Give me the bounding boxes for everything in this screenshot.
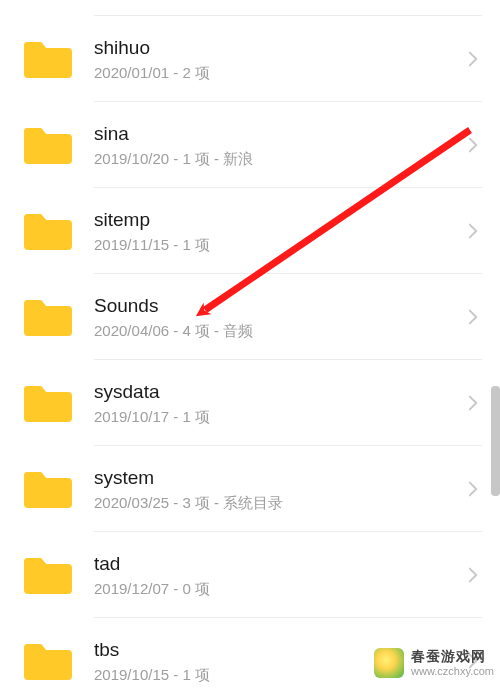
folder-meta: 2019/11/15 - 1 项 [94,236,464,254]
file-list-viewport: shd2019/11/15 - 1 项 shihuo2020/01/01 - 2… [0,0,500,690]
folder-meta: 2019/10/17 - 1 项 [94,408,464,426]
folder-name: tad [94,552,464,576]
scrollbar-thumb[interactable] [491,386,500,496]
folder-row[interactable]: Sounds2020/04/06 - 4 项 - 音频 [0,274,500,360]
chevron-right-icon [464,51,482,67]
chevron-right-icon [464,481,482,497]
folder-text: sysdata2019/10/17 - 1 项 [94,380,464,426]
folder-name: Sounds [94,294,464,318]
chevron-right-icon [464,395,482,411]
folder-row[interactable]: tad2019/12/07 - 0 项 [0,532,500,618]
folder-text: sina2019/10/20 - 1 项 - 新浪 [94,122,464,168]
folder-row[interactable]: tbs2019/10/15 - 1 项 [0,618,500,690]
folder-meta: 2020/04/06 - 4 项 - 音频 [94,322,464,340]
folder-row[interactable]: sina2019/10/20 - 1 项 - 新浪 [0,102,500,188]
folder-text: system2020/03/25 - 3 项 - 系统目录 [94,466,464,512]
folder-icon [22,38,72,80]
folder-icon [22,554,72,596]
folder-icon [22,210,72,252]
folder-row[interactable]: system2020/03/25 - 3 项 - 系统目录 [0,446,500,532]
folder-meta: 2020/03/25 - 3 项 - 系统目录 [94,494,464,512]
folder-icon [22,382,72,424]
folder-text: tbs2019/10/15 - 1 项 [94,638,464,684]
folder-icon [22,468,72,510]
folder-meta: 2019/12/07 - 0 项 [94,580,464,598]
folder-name: sina [94,122,464,146]
folder-name: sitemp [94,208,464,232]
folder-name: system [94,466,464,490]
chevron-right-icon [464,223,482,239]
folder-text: Sounds2020/04/06 - 4 项 - 音频 [94,294,464,340]
chevron-right-icon [464,653,482,669]
folder-list: shd2019/11/15 - 1 项 shihuo2020/01/01 - 2… [0,0,500,690]
folder-row[interactable]: sysdata2019/10/17 - 1 项 [0,360,500,446]
folder-name: sysdata [94,380,464,404]
folder-text: tad2019/12/07 - 0 项 [94,552,464,598]
folder-meta: 2019/10/20 - 1 项 - 新浪 [94,150,464,168]
folder-row[interactable]: sitemp2019/11/15 - 1 项 [0,188,500,274]
folder-text: shihuo2020/01/01 - 2 项 [94,36,464,82]
chevron-right-icon [464,309,482,325]
chevron-right-icon [464,567,482,583]
folder-meta: 2020/01/01 - 2 项 [94,64,464,82]
folder-icon [22,124,72,166]
folder-text: sitemp2019/11/15 - 1 项 [94,208,464,254]
chevron-right-icon [464,137,482,153]
folder-row[interactable]: shd2019/11/15 - 1 项 [0,0,500,16]
folder-icon [22,296,72,338]
folder-row[interactable]: shihuo2020/01/01 - 2 项 [0,16,500,102]
folder-icon [22,640,72,682]
folder-name: shihuo [94,36,464,60]
folder-name: tbs [94,638,464,662]
folder-meta: 2019/10/15 - 1 项 [94,666,464,684]
